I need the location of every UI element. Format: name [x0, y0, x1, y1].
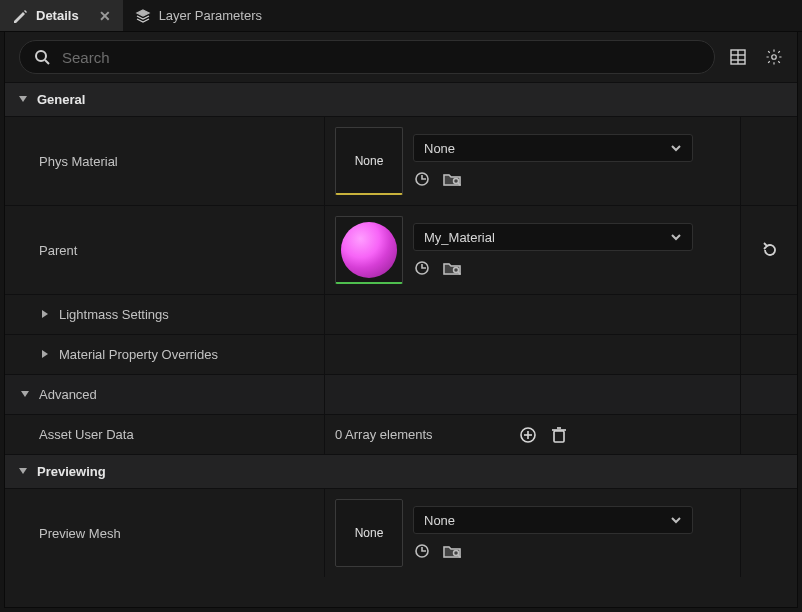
- category-general[interactable]: General: [5, 82, 797, 116]
- asset-user-data-value: 0 Array elements: [335, 427, 505, 442]
- label-preview-mesh: Preview Mesh: [5, 489, 325, 577]
- svg-marker-16: [42, 350, 48, 358]
- label-mat-overrides: Material Property Overrides: [59, 347, 218, 362]
- svg-marker-17: [21, 391, 29, 397]
- svg-point-7: [772, 55, 777, 60]
- clear-array-icon[interactable]: [551, 426, 567, 444]
- svg-marker-24: [19, 468, 27, 474]
- parent-dropdown[interactable]: My_Material: [413, 223, 693, 251]
- svg-line-2: [45, 60, 49, 64]
- chevron-down-icon: [17, 465, 31, 479]
- category-general-label: General: [37, 92, 85, 107]
- search-input[interactable]: [60, 48, 700, 67]
- search-box[interactable]: [19, 40, 715, 74]
- chevron-down-icon: [670, 142, 682, 154]
- search-row: [5, 32, 797, 82]
- search-icon: [34, 49, 50, 65]
- chevron-right-icon: [39, 308, 53, 322]
- tab-strip: Details ✕ Layer Parameters: [0, 0, 802, 32]
- browse-asset-icon[interactable]: [443, 259, 461, 277]
- tab-layer-parameters-label: Layer Parameters: [159, 8, 262, 23]
- chevron-down-icon: [670, 231, 682, 243]
- chevron-down-icon: [17, 93, 31, 107]
- tab-details[interactable]: Details ✕: [0, 0, 123, 31]
- category-advanced[interactable]: Advanced: [5, 374, 797, 414]
- svg-rect-21: [554, 431, 564, 442]
- use-selected-asset-icon[interactable]: [413, 542, 431, 560]
- row-material-property-overrides[interactable]: Material Property Overrides: [5, 334, 797, 374]
- reset-to-default-icon[interactable]: [759, 240, 779, 260]
- phys-material-thumb-text: None: [355, 154, 384, 168]
- use-selected-asset-icon[interactable]: [413, 259, 431, 277]
- phys-material-dropdown[interactable]: None: [413, 134, 693, 162]
- parent-thumbnail[interactable]: [335, 216, 403, 284]
- phys-material-dropdown-value: None: [424, 141, 455, 156]
- row-phys-material: Phys Material None None: [5, 116, 797, 205]
- svg-point-1: [36, 51, 46, 61]
- details-tab-icon: [12, 8, 28, 24]
- show-only-modified-button[interactable]: [725, 44, 751, 70]
- add-element-icon[interactable]: [519, 426, 537, 444]
- property-grid: General Phys Material None None: [5, 82, 797, 607]
- settings-button[interactable]: [761, 44, 787, 70]
- svg-marker-15: [42, 310, 48, 318]
- phys-material-thumbnail[interactable]: None: [335, 127, 403, 195]
- material-sphere-icon: [341, 222, 397, 278]
- row-parent: Parent My_Material: [5, 205, 797, 294]
- tab-details-label: Details: [36, 8, 79, 23]
- browse-asset-icon[interactable]: [443, 542, 461, 560]
- label-asset-user-data: Asset User Data: [5, 415, 325, 454]
- use-selected-asset-icon[interactable]: [413, 170, 431, 188]
- parent-dropdown-value: My_Material: [424, 230, 495, 245]
- category-previewing-label: Previewing: [37, 464, 106, 479]
- browse-asset-icon[interactable]: [443, 170, 461, 188]
- svg-marker-8: [19, 96, 27, 102]
- chevron-down-icon: [19, 388, 33, 402]
- preview-mesh-thumbnail[interactable]: None: [335, 499, 403, 567]
- close-tab-icon[interactable]: ✕: [99, 8, 111, 24]
- preview-mesh-thumb-text: None: [355, 526, 384, 540]
- svg-marker-0: [137, 10, 149, 16]
- label-phys-material: Phys Material: [5, 117, 325, 205]
- row-lightmass-settings[interactable]: Lightmass Settings: [5, 294, 797, 334]
- label-parent: Parent: [5, 206, 325, 294]
- row-preview-mesh: Preview Mesh None None: [5, 488, 797, 577]
- layers-icon: [135, 8, 151, 24]
- category-previewing[interactable]: Previewing: [5, 454, 797, 488]
- label-lightmass: Lightmass Settings: [59, 307, 169, 322]
- row-asset-user-data: Asset User Data 0 Array elements: [5, 414, 797, 454]
- details-panel: General Phys Material None None: [4, 32, 798, 608]
- chevron-right-icon: [39, 348, 53, 362]
- chevron-down-icon: [670, 514, 682, 526]
- preview-mesh-dropdown[interactable]: None: [413, 506, 693, 534]
- category-advanced-label: Advanced: [39, 387, 97, 402]
- tab-layer-parameters[interactable]: Layer Parameters: [123, 0, 274, 31]
- preview-mesh-dropdown-value: None: [424, 513, 455, 528]
